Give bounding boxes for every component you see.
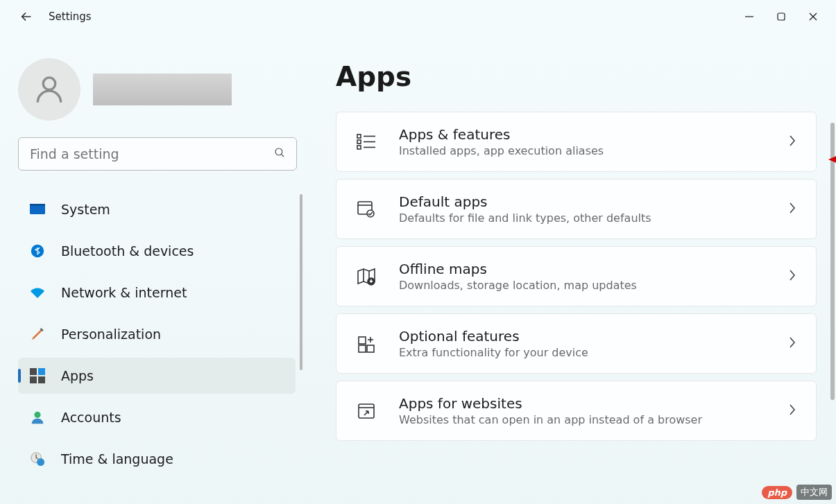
monitor-icon: [29, 201, 46, 218]
svg-line-6: [281, 154, 284, 157]
default-apps-icon: [356, 199, 377, 220]
watermark-text: 中文网: [796, 485, 832, 500]
close-icon: [808, 12, 818, 21]
svg-rect-1: [778, 13, 785, 20]
avatar: [18, 58, 80, 121]
sidebar-item-network[interactable]: Network & internet: [18, 275, 296, 311]
svg-rect-13: [30, 376, 37, 383]
setting-title: Optional features: [399, 328, 766, 345]
sidebar: System Bluetooth & devices Network & int…: [0, 33, 318, 504]
setting-item-apps-features[interactable]: Apps & features Installed apps, app exec…: [336, 112, 817, 172]
setting-text: Default apps Defaults for file and link …: [399, 193, 766, 225]
minimize-icon: [744, 12, 754, 21]
search-icon: [273, 146, 286, 162]
svg-rect-33: [359, 345, 366, 352]
svg-rect-14: [38, 376, 45, 383]
setting-title: Offline maps: [399, 261, 766, 277]
setting-text: Offline maps Downloads, storage location…: [399, 261, 766, 292]
setting-subtitle: Extra functionality for your device: [399, 346, 766, 359]
chevron-right-icon: [788, 269, 796, 284]
paintbrush-icon: [29, 326, 46, 342]
person-icon: [32, 72, 67, 107]
sidebar-item-personalization[interactable]: Personalization: [18, 316, 296, 352]
clock-globe-icon: [29, 451, 46, 467]
app-title: Settings: [49, 10, 92, 23]
svg-rect-24: [357, 146, 361, 149]
page-title: Apps: [336, 61, 817, 92]
sidebar-scrollbar[interactable]: [300, 194, 302, 370]
sidebar-item-label: Apps: [61, 368, 94, 383]
sidebar-item-label: System: [61, 202, 110, 217]
chevron-right-icon: [788, 336, 796, 351]
setting-subtitle: Defaults for file and link types, other …: [399, 211, 766, 225]
wifi-icon: [29, 284, 46, 301]
back-button[interactable]: [17, 7, 36, 26]
sidebar-item-accounts[interactable]: Accounts: [18, 399, 296, 435]
map-icon: [356, 266, 377, 287]
svg-point-15: [34, 412, 40, 418]
sidebar-item-label: Accounts: [61, 410, 121, 425]
svg-rect-12: [38, 368, 45, 375]
setting-text: Apps & features Installed apps, app exec…: [399, 126, 766, 157]
svg-rect-20: [357, 134, 361, 138]
window-controls: [733, 4, 829, 29]
search-wrap: [18, 137, 297, 171]
setting-title: Apps & features: [399, 126, 766, 143]
svg-rect-8: [30, 204, 45, 206]
sidebar-item-bluetooth[interactable]: Bluetooth & devices: [18, 233, 296, 269]
open-app-icon: [356, 401, 377, 422]
bluetooth-icon: [29, 243, 46, 259]
title-bar: Settings: [0, 0, 836, 33]
setting-text: Apps for websites Websites that can open…: [399, 395, 766, 426]
setting-item-optional-features[interactable]: Optional features Extra functionality fo…: [336, 313, 817, 374]
watermark: php 中文网: [762, 485, 832, 500]
sidebar-nav: System Bluetooth & devices Network & int…: [18, 191, 300, 477]
title-bar-left: Settings: [7, 7, 92, 26]
chevron-right-icon: [788, 202, 796, 217]
sidebar-item-label: Personalization: [61, 327, 161, 342]
sidebar-item-apps[interactable]: Apps: [18, 358, 296, 394]
main-content: Apps Apps & features Installed apps, app…: [318, 33, 836, 504]
profile-name-redacted: [93, 73, 232, 105]
chevron-right-icon: [788, 134, 796, 150]
arrow-left-icon: [19, 9, 34, 24]
sidebar-item-label: Time & language: [61, 451, 173, 467]
svg-point-4: [43, 78, 56, 90]
svg-rect-22: [357, 140, 361, 144]
svg-rect-32: [359, 337, 366, 344]
setting-title: Default apps: [399, 193, 766, 210]
account-icon: [29, 409, 46, 426]
setting-title: Apps for websites: [399, 395, 766, 412]
sidebar-item-system[interactable]: System: [18, 191, 296, 227]
main-scrollbar[interactable]: [830, 123, 835, 400]
add-feature-icon: [356, 333, 377, 354]
list-icon: [356, 132, 377, 153]
apps-grid-icon: [29, 367, 46, 384]
setting-item-apps-for-websites[interactable]: Apps for websites Websites that can open…: [336, 381, 817, 441]
search-input[interactable]: [18, 137, 297, 171]
setting-subtitle: Websites that can open in an app instead…: [399, 413, 766, 426]
setting-subtitle: Downloads, storage location, map updates: [399, 279, 766, 292]
close-button[interactable]: [797, 4, 829, 29]
setting-text: Optional features Extra functionality fo…: [399, 328, 766, 359]
svg-point-5: [275, 148, 282, 155]
svg-point-17: [37, 458, 44, 466]
setting-item-default-apps[interactable]: Default apps Defaults for file and link …: [336, 179, 817, 239]
chevron-right-icon: [788, 403, 796, 419]
setting-subtitle: Installed apps, app execution aliases: [399, 144, 766, 157]
minimize-button[interactable]: [733, 4, 765, 29]
svg-rect-34: [367, 345, 374, 352]
maximize-icon: [776, 12, 786, 21]
settings-list: Apps & features Installed apps, app exec…: [336, 112, 817, 441]
maximize-button[interactable]: [765, 4, 797, 29]
svg-rect-11: [30, 368, 37, 375]
watermark-badge: php: [762, 486, 792, 499]
setting-item-offline-maps[interactable]: Offline maps Downloads, storage location…: [336, 246, 817, 306]
sidebar-item-time-language[interactable]: Time & language: [18, 441, 296, 477]
sidebar-item-label: Network & internet: [61, 285, 187, 300]
profile-block[interactable]: [18, 58, 300, 121]
sidebar-item-label: Bluetooth & devices: [61, 243, 194, 259]
